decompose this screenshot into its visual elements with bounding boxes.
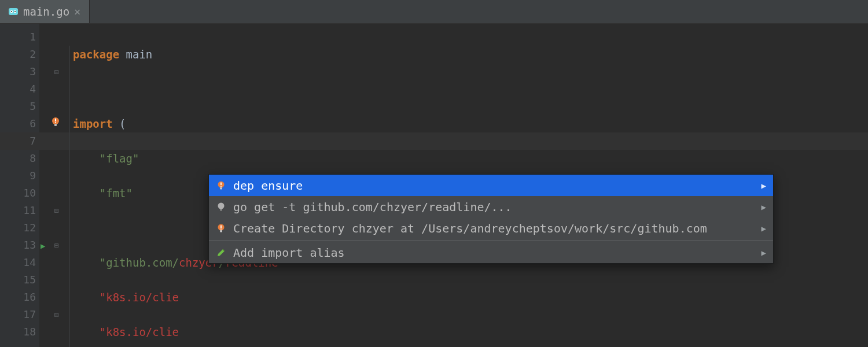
- intention-item-create-dir[interactable]: Create Directory chzyer at /Users/andrey…: [209, 217, 773, 239]
- go-file-icon: [8, 6, 19, 17]
- svg-rect-12: [220, 209, 222, 211]
- keyword: package: [73, 48, 119, 61]
- punct: (: [113, 117, 126, 130]
- keyword: import: [73, 117, 113, 130]
- line-number[interactable]: 7: [0, 132, 36, 150]
- svg-rect-9: [220, 187, 222, 190]
- line-number[interactable]: 10: [0, 184, 36, 202]
- line-number[interactable]: 18: [0, 323, 36, 341]
- svg-point-3: [11, 11, 12, 12]
- line-number[interactable]: 11: [0, 202, 36, 219]
- line-number[interactable]: 4: [0, 80, 36, 98]
- error-path: "k8s.io/clie: [100, 326, 179, 338]
- line-number[interactable]: 12: [0, 219, 36, 237]
- submenu-arrow-icon: ▶: [762, 224, 766, 233]
- line-number[interactable]: 13: [0, 237, 36, 254]
- popup-separator: [209, 240, 773, 241]
- intention-actions-popup: dep ensure ▶ go get -t github.com/chzyer…: [208, 174, 774, 264]
- svg-point-15: [220, 228, 222, 230]
- intention-item-go-get[interactable]: go get -t github.com/chzyer/readline/...…: [209, 196, 773, 217]
- line-number[interactable]: 6: [0, 115, 36, 132]
- line-number[interactable]: 15: [0, 271, 36, 289]
- svg-point-4: [14, 11, 16, 12]
- submenu-arrow-icon: ▶: [762, 181, 766, 190]
- file-tab[interactable]: main.go ×: [0, 0, 90, 23]
- lightbulb-icon: [216, 202, 226, 212]
- pencil-edit-icon: [216, 248, 226, 258]
- line-number[interactable]: 14: [0, 254, 36, 271]
- tab-bar: main.go ×: [0, 0, 868, 24]
- identifier: main: [119, 48, 152, 61]
- line-number-gutter: 1 2 3 4 5 6 7 8 9 10 11 12 13 14 15 16 1…: [0, 24, 39, 347]
- submenu-arrow-icon: ▶: [762, 248, 766, 257]
- intention-item-dep-ensure[interactable]: dep ensure ▶: [209, 175, 773, 196]
- lightbulb-error-icon: [216, 180, 226, 191]
- line-number[interactable]: 8: [0, 150, 36, 167]
- svg-rect-14: [220, 230, 222, 232]
- intention-item-add-alias[interactable]: Add import alias ▶: [209, 242, 773, 263]
- error-path: "k8s.io/clie: [100, 291, 179, 304]
- intention-label: Create Directory chzyer at /Users/andrey…: [233, 222, 707, 235]
- lightbulb-error-icon: [216, 223, 226, 234]
- close-icon[interactable]: ×: [74, 5, 80, 18]
- tab-title: main.go: [23, 5, 69, 18]
- intention-label: Add import alias: [233, 246, 345, 260]
- string-literal: "github.com/: [100, 256, 179, 269]
- intention-label: go get -t github.com/chzyer/readline/...: [233, 200, 512, 214]
- editor: 1 2 3 4 5 6 7 8 9 10 11 12 13 14 15 16 1…: [0, 24, 868, 347]
- string-literal: "flag": [100, 152, 139, 165]
- svg-point-11: [218, 202, 225, 209]
- submenu-arrow-icon: ▶: [762, 202, 766, 212]
- line-number[interactable]: 2: [0, 46, 36, 63]
- line-number[interactable]: 9: [0, 167, 36, 184]
- string-literal: "fmt": [100, 187, 133, 200]
- line-number[interactable]: 1: [0, 28, 36, 46]
- intention-label: dep ensure: [233, 179, 303, 193]
- line-number[interactable]: 17: [0, 306, 36, 323]
- svg-point-10: [220, 186, 222, 187]
- line-number[interactable]: 16: [0, 289, 36, 306]
- line-number[interactable]: 3: [0, 63, 36, 80]
- svg-rect-0: [9, 8, 18, 15]
- line-number[interactable]: 5: [0, 98, 36, 115]
